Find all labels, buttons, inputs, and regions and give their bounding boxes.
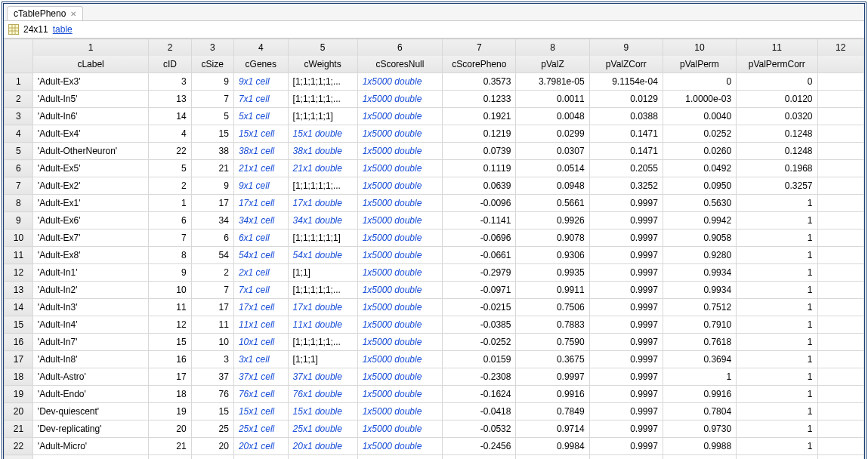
table-row[interactable]: 16'Adult-In7'151010x1 cell[1;1;1;1;1;...…	[5, 334, 864, 351]
cell[interactable]: 54x1 double	[288, 247, 357, 264]
row-number[interactable]: 15	[5, 316, 33, 334]
table-row[interactable]: 5'Adult-OtherNeuron'223838x1 cell38x1 do…	[5, 143, 864, 160]
cell[interactable]: 21	[191, 160, 233, 177]
row-number[interactable]: 22	[5, 438, 33, 455]
cell[interactable]: 34	[191, 212, 233, 230]
cell[interactable]: 1x5000 double	[357, 125, 443, 143]
cell[interactable]: 6x1 cell	[233, 230, 288, 247]
cell[interactable]: [1;1;1;1;1;...	[288, 334, 357, 351]
cell[interactable]: 0.7590	[516, 334, 589, 351]
cell[interactable]: 5	[191, 108, 233, 125]
cell[interactable]: 'Adult-Ex2'	[32, 177, 149, 195]
cell-link[interactable]: 7x1 cell	[239, 285, 270, 295]
cell[interactable]: 1x5000 double	[357, 160, 443, 177]
cell[interactable]: 1x5000 double	[357, 73, 443, 91]
cell[interactable]: 0	[737, 73, 817, 91]
cell[interactable]: 0.9935	[516, 264, 589, 282]
cell[interactable]: 39x1 double	[288, 455, 357, 460]
col-name[interactable]: cLabel	[32, 56, 149, 73]
cell[interactable]: 0.5661	[516, 195, 589, 212]
cell[interactable]	[817, 299, 863, 316]
cell[interactable]: 0.1248	[737, 125, 817, 143]
cell-link[interactable]: 1x5000 double	[363, 94, 422, 104]
cell[interactable]: 9	[191, 73, 233, 91]
cell[interactable]: 1x5000 double	[357, 386, 443, 403]
cell[interactable]: 0.0252	[663, 125, 736, 143]
cell[interactable]	[817, 125, 863, 143]
col-num[interactable]: 8	[516, 39, 589, 57]
col-name[interactable]: pValPermCorr	[737, 56, 817, 73]
cell[interactable]: 1	[737, 282, 817, 299]
cell[interactable]: 11x1 double	[288, 316, 357, 334]
cell[interactable]: 15	[191, 125, 233, 143]
cell-link[interactable]: 3x1 cell	[239, 354, 270, 365]
cell[interactable]: 0.3257	[737, 177, 817, 195]
cell-link[interactable]: 38x1 double	[293, 146, 342, 156]
cell[interactable]: 'Adult-In4'	[32, 316, 149, 334]
cell[interactable]: -0.0096	[443, 195, 516, 212]
cell[interactable]: 21	[149, 438, 191, 455]
cell[interactable]: 8	[149, 247, 191, 264]
cell[interactable]: 0.7506	[516, 299, 589, 316]
col-num[interactable]: 11	[737, 39, 817, 57]
cell[interactable]: 'Dev-quiescent'	[32, 403, 149, 420]
cell[interactable]: -0.0696	[443, 230, 516, 247]
cell-link[interactable]: 17x1 double	[293, 302, 342, 313]
cell[interactable]: 1	[737, 455, 817, 460]
cell[interactable]: 3	[149, 73, 191, 91]
cell-link[interactable]: 1x5000 double	[363, 371, 422, 382]
close-icon[interactable]: ✕	[70, 10, 76, 18]
cell[interactable]: 0.9997	[589, 420, 663, 438]
table-row[interactable]: 17'Adult-In8'1633x1 cell[1;1;1]1x5000 do…	[5, 351, 864, 368]
cell-link[interactable]: 25x1 cell	[239, 424, 274, 434]
cell[interactable]: 1	[737, 420, 817, 438]
cell[interactable]	[817, 230, 863, 247]
cell[interactable]: 'Adult-Ex4'	[32, 125, 149, 143]
cell[interactable]: 11x1 cell	[233, 316, 288, 334]
col-num[interactable]: 2	[149, 39, 191, 57]
cell[interactable]: 17x1 double	[288, 195, 357, 212]
cell[interactable]: 20x1 cell	[233, 438, 288, 455]
cell[interactable]: 17	[191, 195, 233, 212]
cell[interactable]: 38x1 cell	[233, 143, 288, 160]
cell[interactable]: 'Adult-Ex8'	[32, 247, 149, 264]
cell[interactable]: 76x1 cell	[233, 386, 288, 403]
cell[interactable]: 1x5000 double	[357, 299, 443, 316]
cell[interactable]: 0.7849	[516, 403, 589, 420]
cell-link[interactable]: 17x1 cell	[239, 198, 274, 208]
cell[interactable]: 2	[191, 264, 233, 282]
col-name[interactable]: cGenes	[233, 56, 288, 73]
cell[interactable]: 0.9997	[589, 438, 663, 455]
cell[interactable]: 1x5000 double	[357, 264, 443, 282]
cell[interactable]: 1	[737, 212, 817, 230]
cell[interactable]: 0.9997	[589, 247, 663, 264]
cell[interactable]: 1x5000 double	[357, 420, 443, 438]
cell[interactable]: 15x1 double	[288, 403, 357, 420]
row-number[interactable]: 7	[5, 177, 33, 195]
cell[interactable]: 15	[149, 334, 191, 351]
cell[interactable]: 1x5000 double	[357, 230, 443, 247]
cell[interactable]: 1	[663, 368, 736, 386]
cell-link[interactable]: 15x1 double	[293, 406, 342, 417]
cell[interactable]	[817, 264, 863, 282]
table-row[interactable]: 21'Dev-replicating'202525x1 cell25x1 dou…	[5, 420, 864, 438]
cell-link[interactable]: 34x1 cell	[239, 215, 274, 226]
cell[interactable]: 38	[191, 143, 233, 160]
cell[interactable]: 5	[149, 160, 191, 177]
cell[interactable]: 1	[737, 334, 817, 351]
cell[interactable]: 'Adult-Endo'	[32, 386, 149, 403]
cell[interactable]: 2x1 cell	[233, 264, 288, 282]
cell[interactable]: 9	[191, 177, 233, 195]
cell[interactable]: 0.9997	[589, 334, 663, 351]
cell[interactable]: 0.9942	[663, 212, 736, 230]
cell[interactable]: 'Adult-In5'	[32, 91, 149, 108]
cell[interactable]: 1	[737, 264, 817, 282]
cell-link[interactable]: 54x1 cell	[239, 250, 274, 260]
cell[interactable]: 0.9997	[589, 351, 663, 368]
row-number[interactable]: 17	[5, 351, 33, 368]
cell-link[interactable]: 21x1 double	[293, 163, 342, 174]
cell[interactable]: 0.9997	[589, 282, 663, 299]
cell-link[interactable]: 1x5000 double	[363, 163, 422, 174]
cell[interactable]	[817, 212, 863, 230]
cell[interactable]: 17x1 cell	[233, 299, 288, 316]
